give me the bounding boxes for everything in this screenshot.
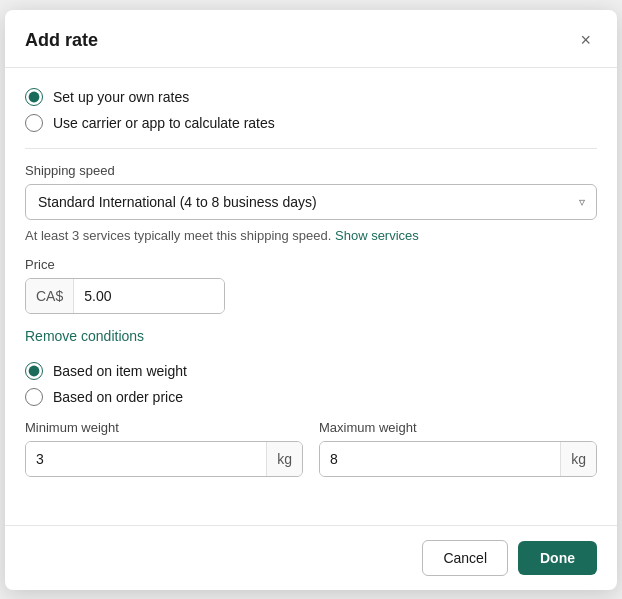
modal-header: Add rate × [5,10,617,68]
condition-item-weight-label: Based on item weight [53,363,187,379]
shipping-speed-select-wrapper: Standard International (4 to 8 business … [25,184,597,220]
maximum-weight-suffix: kg [560,442,596,476]
minimum-weight-input[interactable] [26,442,266,476]
rate-type-carrier-label: Use carrier or app to calculate rates [53,115,275,131]
condition-order-price-label: Based on order price [53,389,183,405]
rate-type-own-radio[interactable] [25,88,43,106]
maximum-weight-field: Maximum weight kg [319,420,597,477]
condition-order-price-radio[interactable] [25,388,43,406]
done-button[interactable]: Done [518,541,597,575]
modal-title: Add rate [25,30,98,51]
rate-type-own-label: Set up your own rates [53,89,189,105]
price-input[interactable] [74,279,225,313]
modal-footer: Cancel Done [5,525,617,590]
rate-type-carrier-radio[interactable] [25,114,43,132]
condition-item-weight[interactable]: Based on item weight [25,358,597,384]
cancel-button[interactable]: Cancel [422,540,508,576]
shipping-speed-select[interactable]: Standard International (4 to 8 business … [25,184,597,220]
condition-order-price[interactable]: Based on order price [25,384,597,410]
conditions-section: Based on item weight Based on order pric… [25,358,597,491]
minimum-weight-suffix: kg [266,442,302,476]
price-section: Price CA$ [25,257,597,314]
rate-type-carrier[interactable]: Use carrier or app to calculate rates [25,110,597,136]
minimum-weight-field: Minimum weight kg [25,420,303,477]
show-services-link[interactable]: Show services [335,228,419,243]
add-rate-modal: Add rate × Set up your own rates Use car… [5,10,617,590]
minimum-weight-input-wrapper: kg [25,441,303,477]
rate-type-own-rates[interactable]: Set up your own rates [25,84,597,110]
shipping-speed-section: Shipping speed Standard International (4… [25,149,597,243]
price-input-wrapper: CA$ [25,278,225,314]
minimum-weight-label: Minimum weight [25,420,303,435]
shipping-speed-label: Shipping speed [25,163,597,178]
maximum-weight-input-wrapper: kg [319,441,597,477]
price-prefix: CA$ [26,279,74,313]
modal-body: Set up your own rates Use carrier or app… [5,68,617,525]
maximum-weight-label: Maximum weight [319,420,597,435]
rate-type-group: Set up your own rates Use carrier or app… [25,68,597,149]
weight-inputs: Minimum weight kg Maximum weight kg [25,420,597,477]
price-label: Price [25,257,597,272]
close-button[interactable]: × [574,28,597,53]
maximum-weight-input[interactable] [320,442,560,476]
remove-conditions-link[interactable]: Remove conditions [25,328,144,344]
condition-item-weight-radio[interactable] [25,362,43,380]
shipping-speed-hint: At least 3 services typically meet this … [25,228,597,243]
